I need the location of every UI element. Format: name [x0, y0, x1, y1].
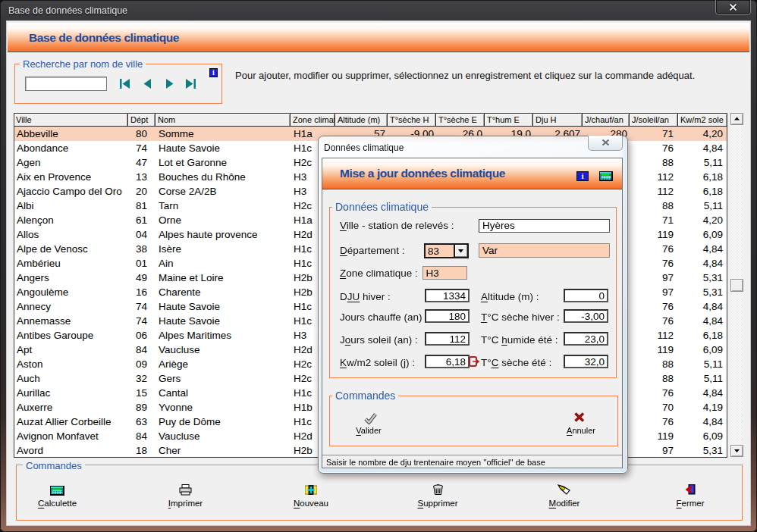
- svg-text:FFFF: FFFF: [52, 490, 63, 496]
- svg-text:FFFF: FFFF: [602, 175, 612, 181]
